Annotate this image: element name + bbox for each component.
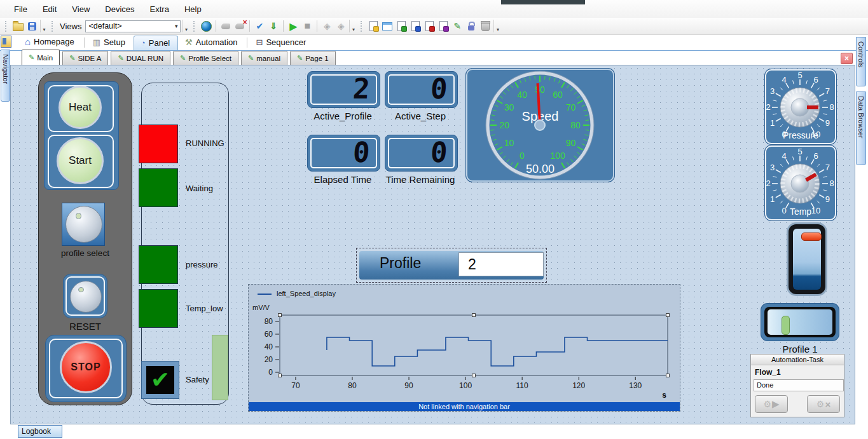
stop-icon[interactable]: ■	[301, 20, 313, 32]
save-icon[interactable]	[25, 20, 38, 32]
views-select[interactable]: <default> ▾	[85, 20, 181, 32]
speed-gauge-panel: Speed 50.00 0102030405060708090100	[466, 69, 614, 182]
task-abort-button[interactable]: ⚙ ×	[807, 395, 840, 413]
search-globe-icon[interactable]	[200, 20, 212, 32]
time-remaining-display: 0	[385, 135, 458, 172]
svg-text:130: 130	[629, 381, 642, 390]
page-tab-side-a[interactable]: ✎ SIDE A	[62, 51, 108, 65]
pan-hand-off-icon[interactable]	[233, 20, 246, 32]
toolbar-grip[interactable]	[52, 21, 55, 32]
active-step-label: Active_Step	[379, 111, 462, 121]
elapsed-time-value: 0	[352, 136, 371, 168]
check-icon: ✔	[146, 366, 174, 394]
svg-text:40: 40	[265, 342, 273, 351]
task-start-button[interactable]: ⚙ ▶	[755, 395, 788, 413]
tab-label: Panel	[149, 38, 170, 48]
edit-pencil-icon[interactable]: ✎	[451, 20, 464, 32]
svg-text:4: 4	[782, 151, 786, 161]
menu-item-view[interactable]: View	[64, 2, 97, 17]
page-tab-dual-run[interactable]: ✎ DUAL RUN	[111, 51, 170, 65]
toolbar-grip[interactable]	[361, 21, 364, 32]
menu-item-extra[interactable]: Extra	[142, 2, 177, 17]
menu-item-help[interactable]: Help	[177, 2, 209, 17]
download-icon[interactable]: ⇓	[267, 20, 280, 32]
delete-trash-icon[interactable]	[479, 20, 492, 32]
menu-item-edit[interactable]: Edit	[35, 2, 64, 17]
menu-item-file[interactable]: File	[6, 2, 35, 17]
sidebar-tab-navigator[interactable]: Navigator	[1, 50, 10, 102]
automation-task-status: Done	[754, 379, 844, 391]
page-tab-manual[interactable]: ✎ manual	[241, 51, 287, 65]
views-label: Views	[60, 22, 81, 31]
svg-text:7: 7	[825, 86, 830, 96]
sidebar-tab-controls[interactable]: Controls	[856, 37, 866, 86]
export-pdf-icon[interactable]	[423, 20, 436, 32]
logbook-tab[interactable]: Logbook	[18, 425, 62, 438]
stop-button-panel: STOP	[45, 335, 127, 402]
lock-icon[interactable]	[465, 20, 478, 32]
navigator-icon[interactable]	[1, 36, 11, 48]
profile-1-switch-body	[768, 309, 832, 335]
views-dropdown-arrow-icon[interactable]: ▾	[182, 20, 189, 32]
svg-text:50: 50	[535, 84, 545, 95]
sidebar-tab-data-browser[interactable]: Data Browser	[856, 91, 866, 165]
tab-label: Profile Select	[188, 55, 231, 62]
svg-text:8: 8	[829, 179, 834, 188]
profile-1-switch[interactable]	[761, 304, 839, 341]
run-play-icon[interactable]: ▶	[287, 20, 300, 32]
apply-check-icon[interactable]: ✔	[253, 20, 266, 32]
profile-entry-input[interactable]: 2	[458, 252, 544, 276]
svg-text:80: 80	[265, 317, 273, 326]
step-icon[interactable]: ◈	[320, 20, 333, 32]
svg-text:s: s	[662, 391, 666, 400]
new-report-icon[interactable]	[367, 20, 380, 32]
toolbar-grip[interactable]	[193, 21, 196, 32]
menu-item-devices[interactable]: Devices	[97, 2, 142, 17]
indicator-waiting-label: Waiting	[186, 184, 243, 193]
tab-setup[interactable]: ▥ Setup	[86, 35, 134, 50]
tab-panel[interactable]: ◔ Panel	[134, 36, 178, 50]
export-data-icon[interactable]	[395, 20, 408, 32]
toolbar-grip[interactable]	[5, 21, 8, 32]
indicator-running-lamp	[139, 125, 178, 163]
pan-hand-icon[interactable]	[219, 20, 232, 32]
svg-text:80: 80	[570, 120, 581, 130]
svg-text:10: 10	[811, 130, 820, 139]
svg-text:40: 40	[517, 90, 527, 100]
export-document-icon[interactable]	[409, 20, 422, 32]
svg-text:6: 6	[813, 151, 818, 161]
close-page-button[interactable]: ×	[841, 53, 853, 64]
cancel-x-icon: ×	[825, 399, 830, 410]
save-dropdown-arrow-icon[interactable]: ▾	[40, 20, 48, 32]
stop-button[interactable]: STOP	[60, 341, 112, 393]
safety-checkbox[interactable]: ✔	[141, 361, 179, 399]
new-window-icon[interactable]	[381, 20, 394, 32]
tab-label: SIDE A	[78, 55, 101, 62]
page-tab-page-1[interactable]: ✎ Page 1	[290, 51, 336, 65]
tab-homepage[interactable]: ⌂ Homepage	[18, 34, 83, 50]
page-tab-main[interactable]: ✎ Main	[22, 50, 60, 65]
tab-sequencer[interactable]: ⊟ Sequencer	[249, 35, 314, 50]
svg-text:70: 70	[291, 381, 300, 390]
heat-button[interactable]: Heat	[59, 86, 102, 129]
toolbar-overflow-arrow-icon[interactable]: ▾	[493, 20, 501, 32]
page-tab-profile-select[interactable]: ✎ Profile Select	[173, 51, 238, 65]
step-over-icon[interactable]: ◈	[334, 20, 347, 32]
tab-automation[interactable]: ⚒ Automation	[178, 35, 245, 50]
svg-text:10: 10	[504, 138, 514, 148]
run-dropdown-arrow-icon[interactable]: ▾	[349, 20, 357, 32]
views-selected-value: <default>	[88, 22, 121, 30]
start-button[interactable]: Start	[57, 137, 104, 184]
active-profile-display: 2	[307, 71, 380, 108]
open-project-icon[interactable]	[11, 20, 24, 32]
profile-select-knob[interactable]	[65, 206, 102, 243]
reset-label: RESET	[39, 321, 132, 332]
panel-page-tab-bar: ✎ Main ✎ SIDE A ✎ DUAL RUN ✎ Profile Sel…	[0, 51, 868, 65]
pressure-knob-panel: Pressure 012345678910	[765, 69, 836, 144]
chevron-down-icon[interactable]: ▾	[175, 23, 178, 29]
svg-text:60: 60	[265, 330, 273, 339]
export-image-icon[interactable]	[437, 20, 450, 32]
main-rocker-switch[interactable]	[789, 224, 825, 294]
reset-knob[interactable]	[70, 281, 102, 313]
active-step-value: 0	[429, 72, 448, 105]
